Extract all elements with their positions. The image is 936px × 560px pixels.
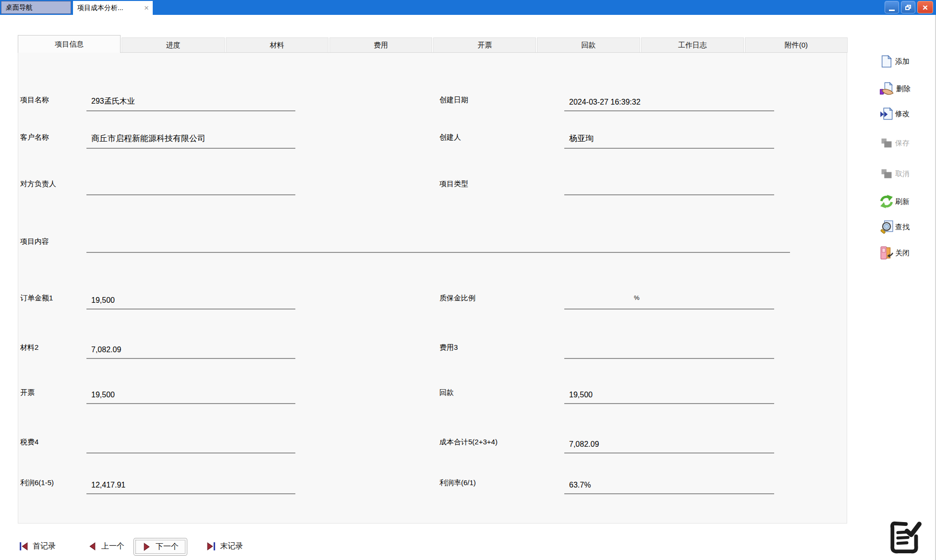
first-record-icon <box>19 542 28 551</box>
tab-progress[interactable]: 进度 <box>122 37 224 53</box>
app-window: { "titlebar": { "tabs": [ {"label": "桌面导… <box>0 0 936 560</box>
cancel-button[interactable]: 取消 <box>880 166 910 181</box>
tax-input[interactable] <box>86 433 295 453</box>
search-magnifier-icon <box>880 220 893 234</box>
save-button[interactable]: 保存 <box>880 135 910 151</box>
window-tab-label: 桌面导航 <box>6 3 33 12</box>
close-door-icon <box>880 246 893 260</box>
form-tab-strip: 项目信息 进度 材料 费用 开票 回款 工作日志 附件(0) <box>18 36 848 53</box>
material-input[interactable]: 7,082.09 <box>86 339 295 359</box>
received-input[interactable]: 19,500 <box>564 384 774 404</box>
window-tab-project-cost[interactable]: 项目成本分析... × <box>73 1 153 15</box>
minimize-icon <box>889 10 895 11</box>
field-label: 创建日期 <box>439 95 468 105</box>
field-label: 利润6(1-5) <box>20 478 54 488</box>
field-label: 材料2 <box>20 343 38 352</box>
profit-rate-input[interactable]: 63.7% <box>564 474 774 494</box>
field-label: 项目内容 <box>20 237 49 246</box>
next-record-icon <box>142 542 151 551</box>
delete-button[interactable]: 删除 <box>880 81 911 96</box>
field-label: 创建人 <box>439 133 461 142</box>
percent-suffix: % <box>634 294 640 301</box>
window-tab-label: 项目成本分析... <box>77 4 123 12</box>
tab-material[interactable]: 材料 <box>226 37 328 53</box>
find-button[interactable]: 查找 <box>880 219 910 235</box>
tab-expense[interactable]: 费用 <box>329 37 432 53</box>
delete-hand-icon <box>880 82 894 95</box>
cancel-folder-icon <box>880 167 893 180</box>
tab-invoice[interactable]: 开票 <box>433 37 536 53</box>
close-button[interactable]: × <box>917 1 933 13</box>
prev-record-icon <box>88 542 97 551</box>
refresh-button[interactable]: 刷新 <box>880 194 910 209</box>
field-label: 项目名称 <box>20 95 49 105</box>
next-record-button[interactable]: 下一个 <box>134 538 187 556</box>
titlebar: 桌面导航 项目成本分析... × × <box>0 0 936 15</box>
close-icon: × <box>923 3 928 12</box>
create-date-input[interactable]: 2024-03-27 16:39:32 <box>564 91 774 111</box>
tab-payment[interactable]: 回款 <box>537 37 640 53</box>
creator-input[interactable]: 杨亚珣 <box>564 129 774 149</box>
field-label: 利润率(6/1) <box>439 478 476 488</box>
modify-button[interactable]: 修改 <box>880 106 910 121</box>
refresh-arrows-icon <box>880 195 893 208</box>
field-label: 成本合计5(2+3+4) <box>439 438 498 447</box>
project-name-input[interactable]: 293孟氏木业 <box>86 91 295 111</box>
tab-attachment[interactable]: 附件(0) <box>745 37 848 53</box>
prev-record-button[interactable]: 上一个 <box>88 541 124 551</box>
field-label: 开票 <box>20 388 35 397</box>
add-page-icon <box>880 55 893 68</box>
tab-close-icon[interactable]: × <box>143 4 150 12</box>
project-content-input[interactable] <box>86 233 790 253</box>
first-record-button[interactable]: 首记录 <box>19 541 56 551</box>
field-label: 对方负责人 <box>20 179 56 189</box>
counterpart-input[interactable] <box>86 175 295 195</box>
last-record-icon <box>207 542 216 551</box>
field-label: 质保金比例 <box>439 294 475 303</box>
window-tab-desktop-nav[interactable]: 桌面导航 <box>1 1 71 14</box>
expense-input[interactable] <box>564 339 774 359</box>
last-record-button[interactable]: 末记录 <box>207 541 243 551</box>
field-label: 客户名称 <box>20 133 49 142</box>
customer-name-input[interactable]: 商丘市启程新能源科技有限公司 <box>86 129 295 149</box>
tab-project-info[interactable]: 项目信息 <box>18 35 121 53</box>
modify-page-icon <box>880 107 893 120</box>
cost-total-input[interactable]: 7,082.09 <box>564 433 774 453</box>
order-amount-input[interactable]: 19,500 <box>86 289 295 310</box>
window-controls: × <box>885 1 933 13</box>
restore-button[interactable] <box>901 1 915 13</box>
invoiced-input[interactable]: 19,500 <box>86 384 295 404</box>
restore-icon <box>905 5 911 10</box>
field-label: 项目类型 <box>439 179 468 189</box>
minimize-button[interactable] <box>885 1 899 13</box>
save-folder-icon <box>880 136 893 150</box>
document-check-icon <box>887 519 922 558</box>
tab-worklog[interactable]: 工作日志 <box>641 37 744 53</box>
add-button[interactable]: 添加 <box>880 54 910 69</box>
project-type-input[interactable] <box>564 175 774 195</box>
field-label: 订单金额1 <box>20 294 53 303</box>
field-label: 税费4 <box>20 438 38 447</box>
field-label: 费用3 <box>439 343 458 352</box>
field-label: 回款 <box>439 388 454 397</box>
close-panel-button[interactable]: 关闭 <box>880 245 910 261</box>
warranty-ratio-input[interactable] <box>564 289 774 310</box>
profit-input[interactable]: 12,417.91 <box>86 474 295 494</box>
